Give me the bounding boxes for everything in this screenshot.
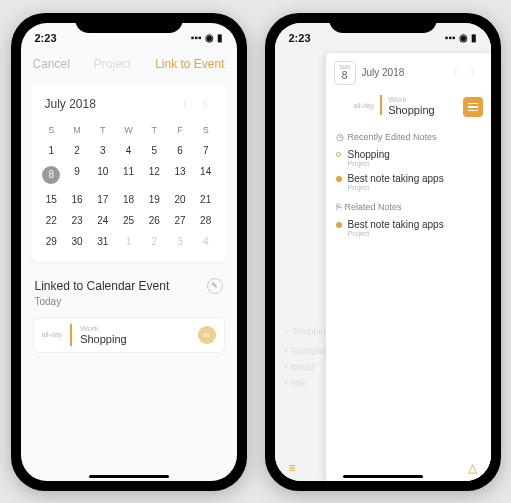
status-time: 2:23 xyxy=(35,32,57,44)
link-icon: ⎘ xyxy=(336,202,341,212)
status-dot xyxy=(336,176,342,182)
calendar-day[interactable]: 13 xyxy=(167,161,193,189)
ghost-item: • Bread xyxy=(285,359,315,375)
dow-row: SMTWTFS xyxy=(39,120,219,140)
note-item[interactable]: ShoppingProject xyxy=(326,146,491,170)
status-indicators: ▪▪▪ ◉ ▮ xyxy=(191,32,223,43)
notch xyxy=(75,13,183,33)
dow-label: T xyxy=(141,120,167,140)
notch xyxy=(329,13,437,33)
calendar-day[interactable]: 1 xyxy=(116,231,142,252)
event-card[interactable]: all-day Work Shopping ∞ xyxy=(33,317,225,353)
ghost-item: • Milk xyxy=(285,375,307,391)
bottom-bar: ≡ △ xyxy=(275,461,491,475)
event-allday: all-day xyxy=(42,331,63,338)
status-time: 2:23 xyxy=(289,32,311,44)
calendar-day[interactable]: 25 xyxy=(116,210,142,231)
calendar-day[interactable]: 10 xyxy=(90,161,116,189)
calendar-day[interactable]: 22 xyxy=(39,210,65,231)
screen-left: 2:23 ▪▪▪ ◉ ▮ Cancel Project Link to Even… xyxy=(21,23,237,481)
linked-header-label: Linked to Calendar Event xyxy=(35,279,170,293)
calendar-day[interactable]: 14 xyxy=(193,161,219,189)
list-icon[interactable]: ≡ xyxy=(289,461,296,475)
next-month-icon[interactable]: 〉 xyxy=(202,97,213,112)
calendar-day[interactable]: 2 xyxy=(64,140,90,161)
linked-header: Linked to Calendar Event ✎ xyxy=(21,268,237,296)
panel-next-icon[interactable]: 〉 xyxy=(467,66,483,80)
calendar-day[interactable]: 24 xyxy=(90,210,116,231)
panel-header: SUN 8 July 2018 〈 〉 xyxy=(326,53,491,91)
event-divider xyxy=(70,324,72,346)
phone-right: 2:23 ▪▪▪ ◉ ▮ ○ Shopping • Toothpaste• Br… xyxy=(265,13,501,491)
menu-icon[interactable] xyxy=(463,97,483,117)
note-title: Shopping xyxy=(348,149,481,160)
panel-sections: ◷Recently Edited NotesShoppingProjectBes… xyxy=(326,124,491,240)
panel-prev-icon[interactable]: 〈 xyxy=(445,66,461,80)
calendar-day[interactable]: 28 xyxy=(193,210,219,231)
event-category: Work xyxy=(80,324,189,333)
home-indicator[interactable] xyxy=(89,475,169,478)
calendar-day[interactable]: 19 xyxy=(141,189,167,210)
date-badge-num: 8 xyxy=(342,70,348,81)
edit-icon[interactable]: ✎ xyxy=(207,278,223,294)
calendar-day[interactable]: 4 xyxy=(193,231,219,252)
screen-right: 2:23 ▪▪▪ ◉ ▮ ○ Shopping • Toothpaste• Br… xyxy=(275,23,491,481)
note-sub: Project xyxy=(348,160,481,167)
signal-icon: ▪▪▪ xyxy=(191,32,202,43)
panel-event-category: Work xyxy=(388,95,435,104)
ghost-heading: ○ Shopping xyxy=(285,323,331,339)
status-indicators: ▪▪▪ ◉ ▮ xyxy=(445,32,477,43)
warning-icon[interactable]: △ xyxy=(468,461,477,475)
link-to-event-button[interactable]: Link to Event xyxy=(155,57,224,71)
side-panel: SUN 8 July 2018 〈 〉 all-day Work Shoppin… xyxy=(326,53,491,481)
calendar-day[interactable]: 15 xyxy=(39,189,65,210)
month-row: July 2018 〈 〉 xyxy=(39,95,219,120)
calendar-day[interactable]: 6 xyxy=(167,140,193,161)
section-title: ⎘Related Notes xyxy=(326,194,491,216)
calendar-day[interactable]: 29 xyxy=(39,231,65,252)
calendar-day[interactable]: 7 xyxy=(193,140,219,161)
month-label: July 2018 xyxy=(45,97,96,111)
date-badge[interactable]: SUN 8 xyxy=(334,61,356,85)
panel-month-label: July 2018 xyxy=(362,67,439,78)
nav-bar: Cancel Project Link to Event xyxy=(21,53,237,79)
link-icon[interactable]: ∞ xyxy=(198,326,216,344)
calendar-day[interactable]: 3 xyxy=(90,140,116,161)
note-title: Best note taking apps xyxy=(348,219,481,230)
status-dot xyxy=(336,222,342,228)
calendar-day[interactable]: 17 xyxy=(90,189,116,210)
calendar-day[interactable]: 21 xyxy=(193,189,219,210)
note-sub: Project xyxy=(348,184,481,191)
calendar-day[interactable]: 8 xyxy=(39,161,65,189)
battery-icon: ▮ xyxy=(471,32,477,43)
calendar-day[interactable]: 5 xyxy=(141,140,167,161)
home-indicator[interactable] xyxy=(343,475,423,478)
calendar-day[interactable]: 2 xyxy=(141,231,167,252)
dow-label: M xyxy=(64,120,90,140)
calendar-day[interactable]: 1 xyxy=(39,140,65,161)
calendar-card: July 2018 〈 〉 SMTWTFS 123456789101112131… xyxy=(31,85,227,262)
calendar-day[interactable]: 18 xyxy=(116,189,142,210)
calendar-day[interactable]: 12 xyxy=(141,161,167,189)
panel-event-title: Shopping xyxy=(388,104,435,116)
calendar-grid: 1234567891011121314151617181920212223242… xyxy=(39,140,219,252)
calendar-day[interactable]: 30 xyxy=(64,231,90,252)
battery-icon: ▮ xyxy=(217,32,223,43)
calendar-day[interactable]: 31 xyxy=(90,231,116,252)
calendar-day[interactable]: 16 xyxy=(64,189,90,210)
calendar-day[interactable]: 23 xyxy=(64,210,90,231)
calendar-day[interactable]: 3 xyxy=(167,231,193,252)
calendar-day[interactable]: 26 xyxy=(141,210,167,231)
calendar-day[interactable]: 4 xyxy=(116,140,142,161)
note-item[interactable]: Best note taking appsProject xyxy=(326,216,491,240)
calendar-day[interactable]: 9 xyxy=(64,161,90,189)
prev-month-icon[interactable]: 〈 xyxy=(177,97,188,112)
dow-label: T xyxy=(90,120,116,140)
phone-left: 2:23 ▪▪▪ ◉ ▮ Cancel Project Link to Even… xyxy=(11,13,247,491)
calendar-day[interactable]: 27 xyxy=(167,210,193,231)
cancel-button[interactable]: Cancel xyxy=(33,57,70,71)
note-item[interactable]: Best note taking appsProject xyxy=(326,170,491,194)
calendar-day[interactable]: 11 xyxy=(116,161,142,189)
panel-event[interactable]: all-day Work Shopping xyxy=(354,95,435,116)
calendar-day[interactable]: 20 xyxy=(167,189,193,210)
